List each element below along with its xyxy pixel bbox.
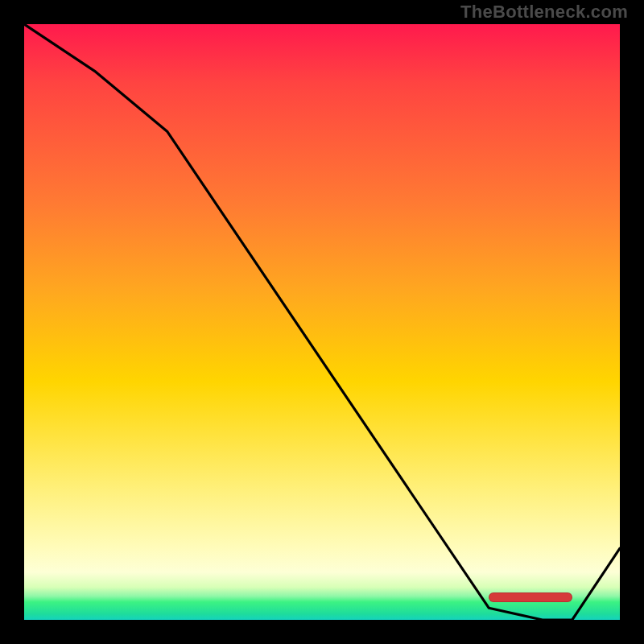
bottleneck-curve [24,24,620,620]
watermark-text: TheBottleneck.com [460,2,628,23]
optimal-range-marker [489,592,572,602]
chart-frame: TheBottleneck.com [0,0,644,644]
plot-area [24,24,620,620]
